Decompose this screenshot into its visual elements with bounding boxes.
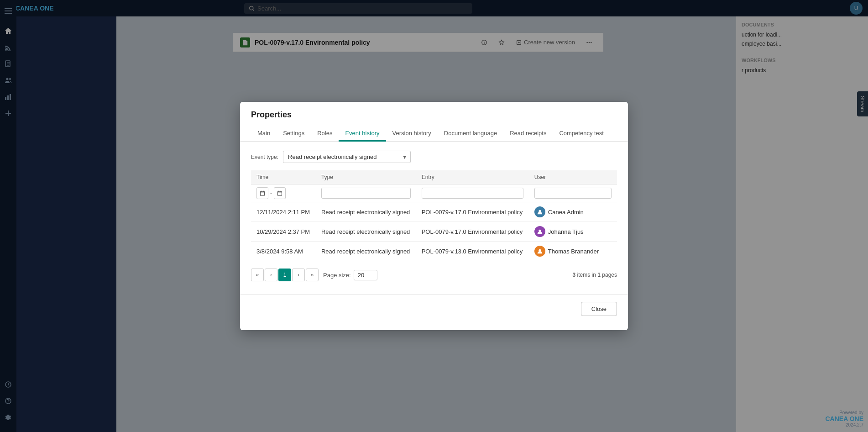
row2-entry: POL-0079-v.17.0 Environmental policy xyxy=(416,222,529,242)
row1-entry: POL-0079-v.17.0 Environmental policy xyxy=(416,202,529,222)
page-size-select[interactable]: 20 50 100 xyxy=(354,270,377,280)
event-type-filter: Event type: Read receipt electronically … xyxy=(251,151,617,163)
page-prev-button[interactable]: ‹ xyxy=(265,269,277,281)
page-first-button[interactable]: « xyxy=(251,269,264,281)
row3-entry: POL-0079-v.13.0 Environmental policy xyxy=(416,242,529,261)
modal-title: Properties xyxy=(251,110,617,120)
pagination-row: « ‹ 1 › » Page size: 20 50 100 xyxy=(251,263,617,281)
tab-version-history[interactable]: Version history xyxy=(386,126,438,142)
event-table-body: 12/11/2024 2:11 PM Read receipt electron… xyxy=(251,202,617,261)
svg-rect-20 xyxy=(261,191,265,195)
page-last-button[interactable]: » xyxy=(306,269,319,281)
table-header-row: Time Type Entry User xyxy=(251,170,617,184)
table-row: 12/11/2024 2:11 PM Read receipt electron… xyxy=(251,202,617,222)
page-1-button[interactable]: 1 xyxy=(278,269,291,281)
tab-main[interactable]: Main xyxy=(251,126,277,142)
row2-user-avatar xyxy=(534,226,545,237)
date-to-button[interactable] xyxy=(274,187,286,199)
row2-time: 10/29/2024 2:37 PM xyxy=(251,222,316,242)
row1-type: Read receipt electronically signed xyxy=(316,202,416,222)
date-filter-cell: - xyxy=(256,187,310,199)
modal-header: Properties xyxy=(240,102,628,120)
table-row: 10/29/2024 2:37 PM Read receipt electron… xyxy=(251,222,617,242)
tab-roles[interactable]: Roles xyxy=(311,126,339,142)
svg-rect-21 xyxy=(278,191,282,195)
row1-time: 12/11/2024 2:11 PM xyxy=(251,202,316,222)
properties-modal: Properties Main Settings Roles Event his… xyxy=(240,102,628,330)
date-from-button[interactable] xyxy=(256,187,268,199)
user-filter-input[interactable] xyxy=(534,188,612,199)
row3-user: Thomas Branander xyxy=(529,242,617,261)
row3-time: 3/8/2024 9:58 AM xyxy=(251,242,316,261)
modal-tabs: Main Settings Roles Event history Versio… xyxy=(240,126,628,142)
page-next-button[interactable]: › xyxy=(292,269,305,281)
event-table: Time Type Entry User - xyxy=(251,170,617,261)
page-size-label: Page size: xyxy=(323,272,351,279)
event-type-select-wrap: Read receipt electronically signed ▼ xyxy=(283,151,411,163)
date-separator: - xyxy=(270,190,272,196)
type-filter-input[interactable] xyxy=(321,188,411,199)
row1-user: Canea Admin xyxy=(529,202,617,222)
row2-user: Johanna Tjus xyxy=(529,222,617,242)
tab-event-history[interactable]: Event history xyxy=(339,126,386,142)
col-entry: Entry xyxy=(416,170,529,184)
row3-type: Read receipt electronically signed xyxy=(316,242,416,261)
entry-filter-input[interactable] xyxy=(422,188,523,199)
page-info: 3 items in 1 pages xyxy=(573,272,617,278)
table-row: 3/8/2024 9:58 AM Read receipt electronic… xyxy=(251,242,617,261)
pagination-buttons: « ‹ 1 › » xyxy=(251,269,319,281)
page-size-wrap: Page size: 20 50 100 xyxy=(323,270,377,280)
tab-read-receipts[interactable]: Read receipts xyxy=(503,126,553,142)
tab-competency-test[interactable]: Competency test xyxy=(553,126,610,142)
col-user: User xyxy=(529,170,617,184)
modal-overlay: Properties Main Settings Roles Event his… xyxy=(0,0,868,432)
tab-document-language[interactable]: Document language xyxy=(438,126,503,142)
col-type: Type xyxy=(316,170,416,184)
table-filter-row: - xyxy=(251,184,617,202)
row1-user-avatar xyxy=(534,206,545,217)
event-type-label: Event type: xyxy=(251,154,278,160)
tab-settings[interactable]: Settings xyxy=(277,126,311,142)
event-type-select[interactable]: Read receipt electronically signed xyxy=(283,151,411,163)
col-time: Time xyxy=(251,170,316,184)
modal-body: Event type: Read receipt electronically … xyxy=(240,142,628,290)
row2-type: Read receipt electronically signed xyxy=(316,222,416,242)
modal-footer: Close xyxy=(240,294,628,323)
close-button[interactable]: Close xyxy=(581,302,617,316)
row3-user-avatar xyxy=(534,246,545,257)
